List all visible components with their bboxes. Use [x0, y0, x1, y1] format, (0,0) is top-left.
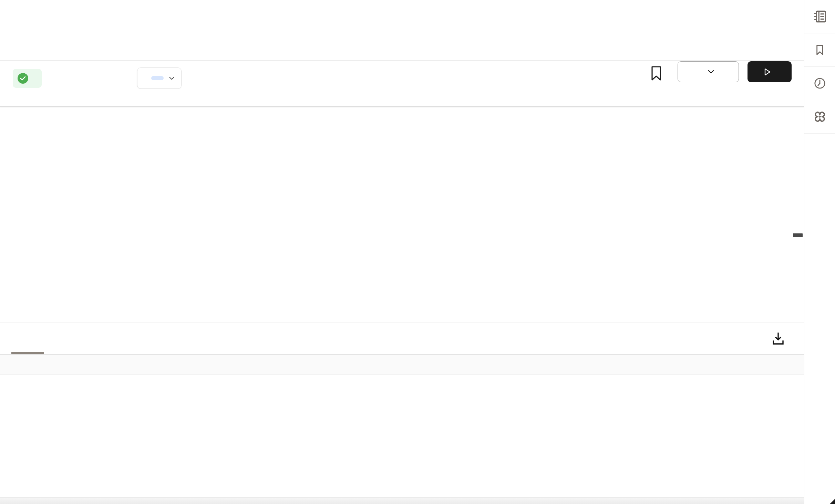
toolbar [0, 27, 804, 61]
right-sidebar [804, 0, 835, 504]
environment-selector[interactable] [137, 67, 182, 89]
notebook-panel-button[interactable] [804, 0, 835, 33]
query-status-badge [13, 69, 42, 88]
editor-scrollbar-handle[interactable] [793, 233, 803, 237]
notebook-icon [812, 9, 827, 24]
chevron-down-icon [169, 77, 174, 80]
bookmark-button[interactable] [650, 65, 662, 82]
bookmarks-panel-button[interactable] [804, 33, 835, 67]
chevron-down-icon [708, 70, 714, 74]
play-icon [764, 68, 771, 76]
history-clock-icon [813, 76, 827, 90]
results-tab-bar [0, 323, 804, 355]
success-check-icon [18, 73, 28, 84]
sql-ide-app [0, 0, 835, 504]
sticky-scroll-line[interactable] [0, 94, 804, 107]
bookmark-icon [650, 65, 662, 82]
app-panel-button[interactable] [804, 100, 835, 134]
download-icon [772, 331, 785, 346]
tab-bar [0, 0, 804, 27]
new-tab-button[interactable] [82, 0, 103, 27]
history-panel-button[interactable] [804, 67, 835, 100]
table-body [0, 375, 804, 497]
active-tab-underline [11, 352, 44, 354]
code-viewport[interactable] [0, 107, 804, 323]
results-panel [0, 323, 804, 504]
sql-editor[interactable] [0, 89, 804, 323]
download-results-button[interactable] [772, 331, 785, 346]
tab-untitled-1[interactable] [0, 0, 76, 27]
environment-value-badge [151, 76, 164, 80]
app-logo-icon [812, 109, 827, 124]
tab-divider [76, 0, 76, 27]
horizontal-scrollbar[interactable] [0, 497, 804, 504]
table-header [0, 355, 804, 375]
run-button[interactable] [748, 61, 792, 82]
develop-dropdown[interactable] [678, 61, 739, 82]
bookmark-icon [813, 43, 827, 57]
window-resize-grip[interactable] [830, 499, 835, 504]
